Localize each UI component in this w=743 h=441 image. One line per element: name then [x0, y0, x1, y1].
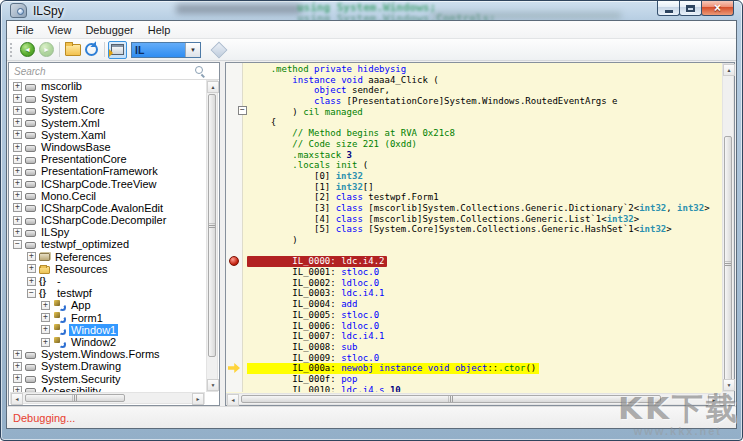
expand-icon[interactable]: +	[13, 143, 22, 152]
expand-icon[interactable]: +	[13, 191, 22, 200]
code-line-current[interactable]: IL_000a: newobj instance void object::.c…	[247, 363, 721, 374]
tree-item-system-xml[interactable]: +System.Xml	[10, 117, 206, 129]
tree-horizontal-scrollbar[interactable]: ◄ ►	[10, 392, 205, 404]
code-line[interactable]: IL_000f: pop	[247, 374, 721, 385]
expand-icon[interactable]: +	[13, 82, 22, 91]
scroll-down-button[interactable]: ▼	[723, 379, 735, 391]
expand-icon[interactable]: +	[13, 362, 22, 371]
tree-item-icsharpcode-treeview[interactable]: +ICSharpCode.TreeView	[10, 178, 206, 190]
fold-marker-icon[interactable]: −	[238, 106, 247, 115]
code-line[interactable]: [4] class [mscorlib]System.Collections.G…	[247, 214, 721, 225]
tree-item-mono-cecil[interactable]: +Mono.Cecil	[10, 190, 206, 202]
tree-item-app[interactable]: +App	[10, 299, 206, 311]
expand-icon[interactable]: +	[13, 350, 22, 359]
tree-item-system-xaml[interactable]: +System.Xaml	[10, 129, 206, 141]
scrollbar-thumb[interactable]	[241, 395, 661, 403]
tree-item-windowsbase[interactable]: +WindowsBase	[10, 141, 206, 153]
scroll-left-button[interactable]: ◄	[11, 393, 23, 405]
tree-item-system-core[interactable]: +System.Core	[10, 104, 206, 116]
code-line[interactable]: IL_0002: ldloc.0	[247, 278, 721, 289]
code-line-breakpoint[interactable]: IL_0000: ldc.i4.2	[247, 256, 721, 267]
menu-item-view[interactable]: View	[41, 23, 79, 37]
scrollbar-thumb[interactable]	[724, 136, 732, 391]
tree-item-accessibility[interactable]: +Accessibility	[10, 385, 206, 392]
tree-item-presentationframework[interactable]: +PresentationFramework	[10, 165, 206, 177]
tree-item-icsharpcode-decompiler[interactable]: +ICSharpCode.Decompiler	[10, 214, 206, 226]
expand-icon[interactable]: +	[41, 338, 50, 347]
scroll-right-button[interactable]: ►	[192, 393, 204, 405]
code-line[interactable]: [0] int32	[247, 171, 721, 182]
code-line[interactable]: IL_0006: ldloc.0	[247, 321, 721, 332]
tree-item-resources[interactable]: +Resources	[10, 263, 206, 275]
tree-item-form1[interactable]: +Form1	[10, 312, 206, 324]
breakpoint-icon[interactable]	[229, 256, 239, 266]
titlebar[interactable]: using System.Windows; using System.Windo…	[1, 1, 742, 20]
code-line[interactable]: // Method begins at RVA 0x21c8	[247, 128, 721, 139]
expand-icon[interactable]: +	[41, 325, 50, 334]
code-line[interactable]: [1] int32[]	[247, 182, 721, 193]
tree-vertical-scrollbar[interactable]: ▲ ▼	[206, 80, 218, 392]
code-horizontal-scrollbar[interactable]: ◄ ►	[226, 393, 721, 405]
tree-item-system-drawing[interactable]: +System.Drawing	[10, 360, 206, 372]
menu-item-help[interactable]: Help	[141, 23, 178, 37]
code-line[interactable]: IL_0008: sub	[247, 342, 721, 353]
tree-item-system[interactable]: +System	[10, 92, 206, 104]
code-vertical-scrollbar[interactable]: ▲ ▼	[722, 63, 734, 392]
tree-item-window1[interactable]: +Window1	[10, 324, 206, 336]
tree-item-references[interactable]: +References	[10, 251, 206, 263]
open-assembly-button[interactable]	[63, 41, 82, 59]
code-line[interactable]: IL_0001: stloc.0	[247, 267, 721, 278]
collapse-icon[interactable]: −	[13, 240, 22, 249]
minimize-button[interactable]	[657, 1, 680, 16]
code-line[interactable]: .maxstack 3	[247, 150, 721, 161]
expand-icon[interactable]: +	[41, 301, 50, 310]
search-input[interactable]	[12, 64, 196, 79]
scrollbar-thumb[interactable]	[25, 394, 125, 402]
tree-item-system-security[interactable]: +System.Security	[10, 373, 206, 385]
scroll-right-button[interactable]: ►	[708, 394, 720, 406]
tree-item-ilspy[interactable]: +ILSpy	[10, 226, 206, 238]
code-line[interactable]: .method private hidebysig	[247, 64, 721, 75]
back-button[interactable]: ◄	[18, 41, 37, 59]
maximize-button[interactable]	[679, 1, 702, 16]
code-line[interactable]: )	[247, 235, 721, 246]
expand-icon[interactable]: +	[13, 228, 22, 237]
code-line[interactable]: IL_0003: ldc.i4.1	[247, 288, 721, 299]
collapse-icon[interactable]: −	[27, 289, 36, 298]
expand-icon[interactable]: +	[13, 130, 22, 139]
code-line[interactable]: .locals init (	[247, 160, 721, 171]
code-line[interactable]: class [PresentationCore]System.Windows.R…	[247, 96, 721, 107]
tree-item-presentationcore[interactable]: +PresentationCore	[10, 153, 206, 165]
code-line[interactable]: [2] class testwpf.Form1	[247, 192, 721, 203]
expand-icon[interactable]: +	[13, 167, 22, 176]
code-line[interactable]: ) cil managed	[247, 107, 721, 118]
code-line[interactable]: IL_0005: stloc.0	[247, 310, 721, 321]
continue-button[interactable]	[209, 41, 228, 59]
expand-icon[interactable]: +	[13, 106, 22, 115]
tree-item-testwpf-optimized[interactable]: −testwpf_optimized	[10, 238, 206, 250]
expand-icon[interactable]: +	[13, 179, 22, 188]
language-combobox[interactable]: IL ▼	[131, 42, 201, 58]
code-line[interactable]: // Code size 221 (0xdd)	[247, 139, 721, 150]
tree-item-icsharpcode-avalonedit[interactable]: +ICSharpCode.AvalonEdit	[10, 202, 206, 214]
code-line[interactable]: IL_0010: ldc.i4.s 10	[247, 385, 721, 392]
expand-icon[interactable]: +	[13, 203, 22, 212]
scrollbar-thumb[interactable]	[208, 94, 216, 357]
scroll-up-button[interactable]: ▲	[723, 64, 735, 76]
combobox-dropdown-button[interactable]: ▼	[185, 43, 200, 57]
code-line[interactable]: IL_0009: stloc.0	[247, 353, 721, 364]
close-button[interactable]: ×	[701, 1, 734, 16]
code-line[interactable]: IL_0004: add	[247, 299, 721, 310]
code-line[interactable]: object sender,	[247, 85, 721, 96]
tree-item-system-windows-forms[interactable]: +System.Windows.Forms	[10, 348, 206, 360]
tree-item--[interactable]: +{}-	[10, 275, 206, 287]
menu-item-file[interactable]: File	[9, 23, 41, 37]
code-line[interactable]: [5] class [System.Core]System.Collection…	[247, 224, 721, 235]
expand-icon[interactable]: +	[13, 94, 22, 103]
scroll-up-button[interactable]: ▲	[207, 81, 219, 93]
code-line[interactable]: IL_0007: ldc.i4.1	[247, 331, 721, 342]
expand-icon[interactable]: +	[27, 264, 36, 273]
expand-icon[interactable]: +	[13, 374, 22, 383]
forward-button[interactable]: ►	[37, 41, 56, 59]
scroll-down-button[interactable]: ▼	[207, 379, 219, 391]
